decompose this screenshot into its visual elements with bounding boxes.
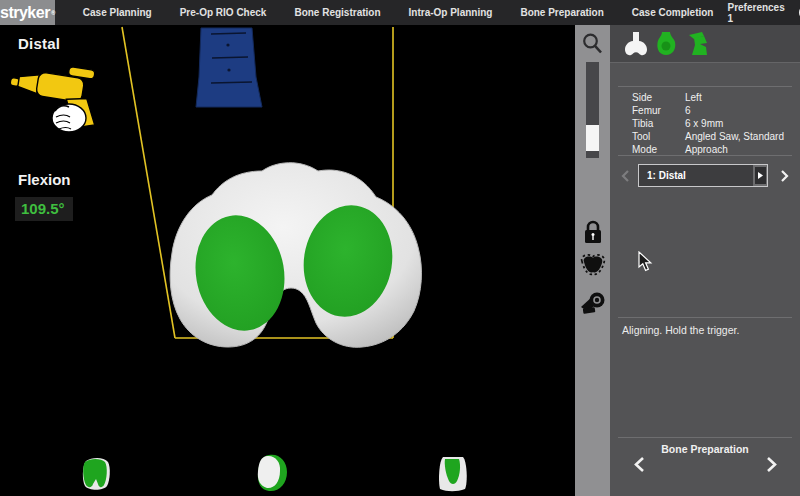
- saw-view-icon[interactable]: [579, 287, 607, 319]
- saw-mode-icon[interactable]: [686, 31, 710, 57]
- previous-stage-button[interactable]: [630, 455, 648, 473]
- info-row-tibia: Tibia 6 x 9mm: [610, 117, 800, 130]
- thumbnail-view-side[interactable]: [255, 453, 289, 493]
- mode-icon-row: [610, 25, 800, 63]
- lock-icon[interactable]: [582, 219, 604, 246]
- thumbnail-view-top[interactable]: [437, 455, 469, 493]
- view-label: Distal: [18, 35, 60, 52]
- tab-intra-op-planning[interactable]: Intra-Op Planning: [395, 0, 507, 25]
- divider: [618, 437, 792, 438]
- tab-bone-preparation[interactable]: Bone Preparation: [506, 0, 617, 25]
- info-label: Mode: [632, 144, 685, 155]
- mouse-cursor: [638, 251, 653, 272]
- info-value: Angled Saw, Standard: [685, 131, 784, 142]
- flexion-label: Flexion: [18, 171, 71, 188]
- info-value: Approach: [685, 144, 728, 155]
- info-label: Tool: [632, 131, 685, 142]
- info-row-tool: Tool Angled Saw, Standard: [610, 130, 800, 143]
- femur-side-icon[interactable]: [656, 31, 677, 57]
- previous-cut-button[interactable]: [616, 167, 634, 185]
- top-navigation-bar: stryker® Case Planning Pre-Op RIO Check …: [0, 0, 800, 25]
- next-stage-button[interactable]: [762, 455, 780, 473]
- hand-icon: [52, 104, 86, 132]
- magnifier-icon[interactable]: [581, 32, 604, 56]
- info-label: Femur: [632, 105, 685, 116]
- info-value: Left: [685, 92, 702, 103]
- dropdown-arrow-button[interactable]: [753, 165, 767, 186]
- tab-pre-op-rio-check[interactable]: Pre-Op RIO Check: [166, 0, 281, 25]
- next-cut-button[interactable]: [775, 167, 793, 185]
- bone-3d-viewport[interactable]: Distal Flexion 109.5°: [0, 25, 575, 496]
- dropdown-arrow-icon: [758, 172, 763, 179]
- view-tool-column: [575, 25, 610, 496]
- info-value: 6 x 9mm: [685, 118, 723, 129]
- cut-selector-dropdown[interactable]: 1: Distal: [638, 164, 768, 187]
- side-panel: Side Left Femur 6 Tibia 6 x 9mm Tool Ang…: [610, 25, 800, 496]
- zoom-slider-thumb[interactable]: [586, 125, 599, 151]
- cut-selector-row: 1: Distal: [610, 164, 800, 188]
- preferences-label[interactable]: Preferences 1: [727, 2, 787, 24]
- cut-selector-value: 1: Distal: [639, 170, 753, 181]
- femur-model: [170, 163, 421, 348]
- tab-case-planning[interactable]: Case Planning: [69, 0, 166, 25]
- thumbnail-view-front[interactable]: [80, 457, 112, 493]
- info-row-femur: Femur 6: [610, 104, 800, 117]
- zoom-slider[interactable]: [586, 62, 599, 158]
- stryker-logo-text: stryker: [0, 4, 50, 22]
- femur-front-icon[interactable]: [625, 31, 647, 57]
- info-value: 6: [685, 105, 691, 116]
- saw-tool-3d: [196, 28, 262, 107]
- divider: [618, 155, 792, 156]
- divider: [618, 317, 792, 318]
- info-label: Side: [632, 92, 685, 103]
- case-info-table: Side Left Femur 6 Tibia 6 x 9mm Tool Ang…: [610, 91, 800, 156]
- stage-label: Bone Preparation: [610, 443, 800, 455]
- flexion-value: 109.5°: [15, 197, 73, 221]
- divider: [618, 86, 792, 87]
- workflow-tabs: Case Planning Pre-Op RIO Check Bone Regi…: [69, 0, 728, 25]
- tab-case-completion[interactable]: Case Completion: [618, 0, 728, 25]
- mako-application: stryker® Case Planning Pre-Op RIO Check …: [0, 0, 800, 496]
- status-message: Aligning. Hold the trigger.: [622, 324, 739, 336]
- info-row-side: Side Left: [610, 91, 800, 104]
- bone-cross-section-icon[interactable]: [579, 253, 607, 279]
- stryker-logo: stryker®: [0, 0, 55, 25]
- info-label: Tibia: [632, 118, 685, 129]
- drill-icon: [6, 55, 110, 147]
- top-right-controls: Preferences 1 i ⚙: [727, 2, 800, 24]
- tab-bone-registration[interactable]: Bone Registration: [280, 0, 394, 25]
